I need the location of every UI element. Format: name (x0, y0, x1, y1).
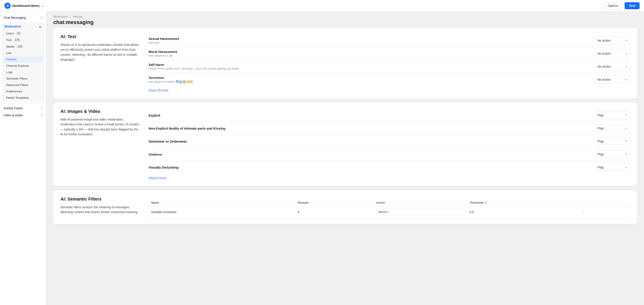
select-chevron-icon-2: ▾ (626, 52, 627, 55)
preferences-label: Preferences (6, 90, 22, 93)
policy-select-violence[interactable]: Flag ▾ (595, 150, 630, 158)
sidebar-item-channel-explorer[interactable]: Channel Explorer (2, 62, 44, 69)
policy-row-self-harm: Self Harm I think I'll kill myself soon.… (148, 60, 630, 73)
policy-name-visually-disturbing: Visually Disturbing (148, 166, 595, 169)
policy-select-swimwear[interactable]: Flag ▾ (595, 138, 630, 145)
select-chevron-icon-6: ▾ (626, 127, 627, 130)
sidebar-item-moderation[interactable]: Moderation ▲ (2, 23, 44, 30)
policy-row-sexual-harassment: Sexual Harassment milf alert No Action ▾ (148, 34, 630, 47)
sidebar-item-users[interactable]: Users 53 (2, 30, 44, 36)
sidebar-item-live[interactable]: Live (2, 50, 44, 56)
sidebar-item-advanced-filters[interactable]: Advanced Filters (2, 82, 44, 88)
media-label: Media (6, 45, 14, 48)
sidebar-item-semantic-filters[interactable]: Semantic Filters (2, 75, 44, 82)
sf-cell-action-suicidal: Block ▾ (374, 206, 467, 218)
policy-select-value-swimwear: Flag (598, 140, 604, 143)
breadcrumb-separator: / (70, 15, 72, 18)
show-more-text-link[interactable]: Show 29 more (148, 88, 168, 92)
sidebar-item-preferences[interactable]: Preferences (2, 88, 44, 94)
policy-info-self-harm: Self Harm I think I'll kill myself soon.… (148, 63, 595, 70)
policy-select-visually-disturbing[interactable]: Flag ▾ (595, 164, 630, 171)
policy-row-terrorism: Terrorism you deserve another ✈️🏢🏢💥💥 No … (148, 73, 630, 86)
ai-images-policies: Explicit Flag ▾ Non-Explicit Nudity of I… (148, 109, 630, 180)
ai-images-card-inner: AI: Images & Video With AI-powered image… (60, 109, 630, 180)
show-more-images-link[interactable]: Show 5 more (148, 176, 166, 180)
page-header: Moderation / Policies chat:messaging (46, 12, 644, 28)
policy-name-sexual-harassment: Sexual Harassment (148, 37, 595, 40)
policy-row-swimwear: Swimwear or Underwear Flag ▾ (148, 135, 630, 148)
sidebar-item-media[interactable]: Media 118 (2, 43, 44, 50)
test-button[interactable]: Test (624, 2, 640, 9)
policy-select-value-violence: Flag (598, 152, 604, 156)
moderation-chevron-icon: ▲ (38, 25, 42, 28)
policy-select-terrorism[interactable]: No Action ▾ (595, 76, 630, 83)
ai-semantic-title: AI: Semantic Filters (60, 196, 140, 202)
sf-kebab-button-suicidal[interactable]: ⋮ (580, 210, 586, 214)
topbar-actions: Options Test (604, 2, 640, 9)
policy-name-explicit: Explicit (148, 114, 595, 117)
users-badge: 53 (16, 32, 22, 35)
sidebar-item-logs[interactable]: Logs (2, 69, 44, 75)
sf-th-threshold: Threshold i (467, 199, 578, 206)
logs-label: Logs (6, 70, 12, 74)
sidebar-item-policies[interactable]: Policies (4, 56, 42, 62)
app-logo[interactable]: ◎ Dashboard-demo ⌄ (4, 3, 44, 9)
semantic-filters-label: Semantic Filters (6, 77, 28, 80)
policies-label: Policies (6, 58, 16, 61)
sf-cell-kebab-suicidal: ⋮ (577, 206, 630, 218)
policy-select-value-terrorism: No Action (598, 78, 611, 81)
ai-text-policies: Sexual Harassment milf alert No Action ▾… (148, 34, 630, 92)
text-badge: 176 (14, 38, 21, 42)
ai-semantic-card: AI: Semantic Filters Semantic filters an… (53, 190, 637, 224)
sf-th-actions-col (577, 199, 630, 206)
ai-images-left: AI: Images & Video With AI-powered image… (60, 109, 140, 180)
policy-select-non-explicit-nudity[interactable]: Flag ▾ (595, 124, 630, 132)
sf-table-row-suicidal: suicidal comments 2 Block ▾ 0,5 (148, 206, 630, 218)
ai-semantic-table-container: Name Phrases Action Thr (148, 196, 630, 218)
feeds-templates-label: Feeds Templates (6, 96, 29, 100)
sf-action-chevron-icon: ▾ (386, 210, 388, 214)
policy-info-moral-harassment: Moral Harassment they deserve to die (148, 50, 595, 57)
policy-info-non-explicit-nudity: Non-Explicit Nudity of Intimate parts an… (148, 126, 595, 130)
policy-select-sexual-harassment[interactable]: No Action ▾ (595, 37, 630, 44)
policy-select-moral-harassment[interactable]: No Action ▾ (595, 50, 630, 57)
select-chevron-icon-9: ▾ (626, 166, 627, 169)
sf-action-select-suicidal[interactable]: Block ▾ (376, 209, 464, 215)
policy-select-value-self-harm: No Action (598, 65, 611, 68)
select-chevron-icon: ▾ (626, 39, 627, 42)
sidebar-item-video-audio[interactable]: Video & Audio ▾ (0, 112, 46, 119)
select-chevron-icon-7: ▾ (626, 140, 627, 143)
policy-select-explicit[interactable]: Flag ▾ (595, 112, 630, 119)
topbar: ◎ Dashboard-demo ⌄ Options Test (0, 0, 644, 12)
sf-table-header-row: Name Phrases Action Thr (148, 199, 630, 206)
policy-info-violence: Violence (148, 152, 595, 156)
policy-select-value-explicit: Flag (598, 114, 604, 117)
policy-name-self-harm: Self Harm (148, 63, 595, 66)
app-name: Dashboard-demo (12, 4, 40, 8)
users-label: Users (6, 32, 14, 35)
ai-semantic-card-inner: AI: Semantic Filters Semantic filters an… (60, 196, 630, 218)
sidebar-item-text[interactable]: Text 176 (2, 36, 44, 43)
breadcrumb-part1: Moderation (53, 15, 68, 18)
sf-th-name: Name (148, 199, 295, 206)
sf-cell-threshold-suicidal: 0,5 (467, 206, 578, 218)
app-chevron-icon[interactable]: ⌄ (41, 4, 44, 8)
semantic-filters-table: Name Phrases Action Thr (148, 199, 630, 218)
select-chevron-icon-5: ▾ (626, 114, 627, 117)
logo-icon: ◎ (4, 3, 10, 9)
sidebar-item-feeds-templates[interactable]: Feeds Templates (2, 94, 44, 101)
options-button[interactable]: Options (604, 2, 622, 9)
policy-row-violence: Violence Flag ▾ (148, 148, 630, 161)
main-content: Moderation / Policies chat:messaging AI:… (46, 12, 644, 305)
policy-select-self-harm[interactable]: No Action ▾ (595, 63, 630, 70)
sf-cell-name-suicidal: suicidal comments (148, 206, 295, 218)
sidebar-item-activity-feeds[interactable]: Activity Feeds ▾ (0, 105, 46, 112)
threshold-info-icon: i (484, 201, 487, 204)
advanced-filters-label: Advanced Filters (6, 83, 28, 86)
policy-row-moral-harassment: Moral Harassment they deserve to die No … (148, 47, 630, 60)
ai-images-card: AI: Images & Video With AI-powered image… (53, 103, 637, 186)
policy-name-swimwear: Swimwear or Underwear (148, 140, 595, 143)
activity-feeds-chevron-icon: ▾ (41, 107, 42, 110)
sidebar-item-chat-messaging[interactable]: Chat Messaging ▾ (0, 14, 46, 21)
ai-images-title: AI: Images & Video (60, 109, 140, 114)
